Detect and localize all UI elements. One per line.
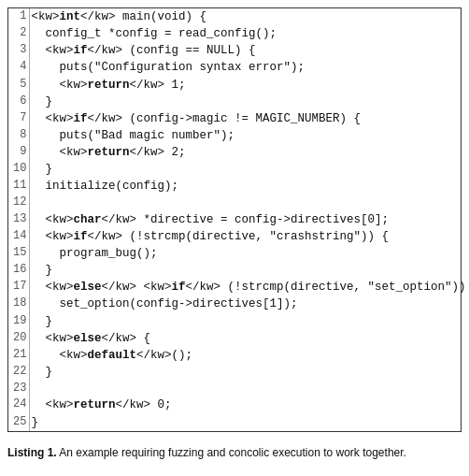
table-row: 2 config_t *config = read_config(); xyxy=(8,25,469,42)
line-code: <kw>else</kw> { xyxy=(29,330,469,347)
line-number: 24 xyxy=(8,397,29,413)
code-listing-box: 1<kw>int</kw> main(void) {2 config_t *co… xyxy=(7,7,462,432)
line-number: 19 xyxy=(8,313,29,330)
line-code: <kw>if</kw> (config->magic != MAGIC_NUMB… xyxy=(29,110,469,127)
line-number: 5 xyxy=(8,77,29,94)
table-row: 25} xyxy=(8,414,469,431)
line-code: <kw>return</kw> 1; xyxy=(29,77,469,94)
table-row: 11 initialize(config); xyxy=(8,178,469,195)
line-number: 17 xyxy=(8,279,29,296)
table-row: 21 <kw>default</kw>(); xyxy=(8,347,469,364)
table-row: 18 set_option(config->directives[1]); xyxy=(8,296,469,312)
table-row: 5 <kw>return</kw> 1; xyxy=(8,77,469,94)
table-row: 13 <kw>char</kw> *directive = config->di… xyxy=(8,211,469,228)
line-code: <kw>default</kw>(); xyxy=(29,347,469,364)
line-code: <kw>if</kw> (!strcmp(directive, "crashst… xyxy=(29,228,469,245)
line-code: } xyxy=(29,364,469,381)
table-row: 4 puts("Configuration syntax error"); xyxy=(8,59,469,76)
line-number: 1 xyxy=(8,8,29,25)
table-row: 16 } xyxy=(8,262,469,279)
line-number: 25 xyxy=(8,414,29,431)
line-number: 9 xyxy=(8,144,29,161)
line-code: config_t *config = read_config(); xyxy=(29,25,469,42)
line-number: 15 xyxy=(8,245,29,262)
line-code: } xyxy=(29,94,469,110)
line-number: 14 xyxy=(8,228,29,245)
line-number: 2 xyxy=(8,25,29,42)
table-row: 17 <kw>else</kw> <kw>if</kw> (!strcmp(di… xyxy=(8,279,469,296)
line-number: 8 xyxy=(8,127,29,144)
table-row: 20 <kw>else</kw> { xyxy=(8,330,469,347)
line-number: 18 xyxy=(8,296,29,312)
line-number: 3 xyxy=(8,42,29,59)
table-row: 19 } xyxy=(8,313,469,330)
line-code: } xyxy=(29,161,469,178)
line-number: 20 xyxy=(8,330,29,347)
line-number: 4 xyxy=(8,59,29,76)
table-row: 10 } xyxy=(8,161,469,178)
line-number: 23 xyxy=(8,381,29,397)
table-row: 9 <kw>return</kw> 2; xyxy=(8,144,469,161)
line-number: 6 xyxy=(8,94,29,110)
line-number: 16 xyxy=(8,262,29,279)
table-row: 14 <kw>if</kw> (!strcmp(directive, "cras… xyxy=(8,228,469,245)
table-row: 22 } xyxy=(8,364,469,381)
caption-text: An example requiring fuzzing and concoli… xyxy=(57,446,406,459)
line-number: 13 xyxy=(8,211,29,228)
line-number: 22 xyxy=(8,364,29,381)
table-row: 24 <kw>return</kw> 0; xyxy=(8,397,469,413)
line-number: 7 xyxy=(8,110,29,127)
table-row: 15 program_bug(); xyxy=(8,245,469,262)
line-number: 11 xyxy=(8,178,29,195)
line-code: initialize(config); xyxy=(29,178,469,195)
table-row: 8 puts("Bad magic number"); xyxy=(8,127,469,144)
line-code: <kw>return</kw> 0; xyxy=(29,397,469,413)
line-number: 10 xyxy=(8,161,29,178)
table-row: 3 <kw>if</kw> (config == NULL) { xyxy=(8,42,469,59)
line-code: } xyxy=(29,313,469,330)
line-code: } xyxy=(29,262,469,279)
table-row: 12 xyxy=(8,195,469,210)
line-code: } xyxy=(29,414,469,431)
caption-label: Listing 1. xyxy=(7,446,57,459)
line-code: <kw>else</kw> <kw>if</kw> (!strcmp(direc… xyxy=(29,279,469,296)
line-code: program_bug(); xyxy=(29,245,469,262)
line-code: <kw>char</kw> *directive = config->direc… xyxy=(29,211,469,228)
line-code: <kw>if</kw> (config == NULL) { xyxy=(29,42,469,59)
line-code: puts("Configuration syntax error"); xyxy=(29,59,469,76)
line-code: <kw>return</kw> 2; xyxy=(29,144,469,161)
table-row: 1<kw>int</kw> main(void) { xyxy=(8,8,469,25)
line-code: set_option(config->directives[1]); xyxy=(29,296,469,312)
line-code: <kw>int</kw> main(void) { xyxy=(29,8,469,25)
line-code xyxy=(29,381,469,397)
code-table: 1<kw>int</kw> main(void) {2 config_t *co… xyxy=(8,8,469,431)
line-number: 12 xyxy=(8,195,29,210)
table-row: 23 xyxy=(8,381,469,397)
line-code xyxy=(29,195,469,210)
listing-caption: Listing 1. An example requiring fuzzing … xyxy=(0,440,469,465)
table-row: 6 } xyxy=(8,94,469,110)
line-number: 21 xyxy=(8,347,29,364)
table-row: 7 <kw>if</kw> (config->magic != MAGIC_NU… xyxy=(8,110,469,127)
line-code: puts("Bad magic number"); xyxy=(29,127,469,144)
